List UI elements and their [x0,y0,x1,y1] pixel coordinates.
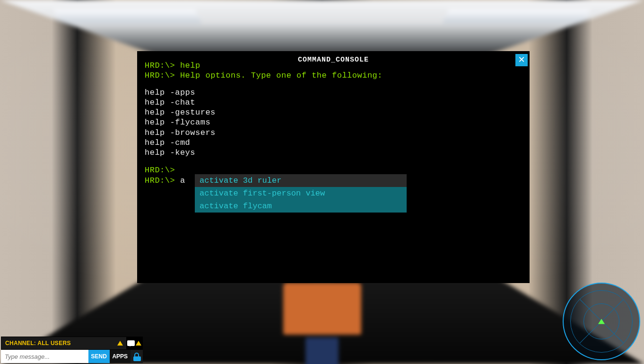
console-output: HRD:\> help HRD:\> Help options. Type on… [145,61,522,186]
send-button[interactable]: SEND [88,350,110,363]
caret-up-icon [117,341,123,346]
help-option: help -browsers [145,128,522,138]
help-option: help -apps [145,88,522,98]
console-prompt: HRD:\> [145,71,175,80]
apps-button[interactable]: APPS [110,350,131,363]
help-option: help -flycams [145,117,522,127]
close-icon: ✕ [518,55,524,65]
caret-up-icon [136,341,141,346]
channel-expand-button[interactable] [114,337,126,349]
autocomplete-option[interactable]: activate first-person view [195,187,407,200]
console-prompt: HRD:\> [145,176,175,185]
help-option: help -cmd [145,138,522,148]
chat-message-input[interactable] [1,350,88,363]
console-response-text: Help options. Type one of the following: [180,71,383,80]
help-option: help -chat [145,98,522,107]
console-current-input-text[interactable]: a [180,176,185,185]
chat-panel: CHANNEL: ALL USERS SEND APPS [1,337,143,363]
chat-input-row: SEND APPS [1,350,143,363]
autocomplete-option[interactable]: activate flycam [195,200,407,213]
lock-button[interactable] [131,350,143,363]
console-title: COMMAND_CONSOLE [137,56,530,64]
help-option: help -keys [145,148,522,158]
chat-channel-row: CHANNEL: ALL USERS [1,337,143,350]
lock-icon [134,353,139,357]
autocomplete-option[interactable]: activate 3d ruler [195,174,407,187]
console-help-list: help -apps help -chat help -gestures hel… [145,88,522,158]
command-console-panel[interactable]: COMMAND_CONSOLE ✕ HRD:\> help HRD:\> Hel… [137,51,530,283]
player-direction-icon [598,319,605,324]
console-autocomplete[interactable]: activate 3d ruler activate first-person … [195,174,407,213]
minimap-radar[interactable] [563,283,640,360]
channel-label: CHANNEL: ALL USERS [1,340,114,346]
console-close-button[interactable]: ✕ [515,54,528,66]
help-option: help -gestures [145,107,522,117]
chat-toggle-button[interactable] [126,337,142,349]
speech-bubble-icon [127,340,135,346]
console-prompt: HRD:\> [145,166,175,175]
